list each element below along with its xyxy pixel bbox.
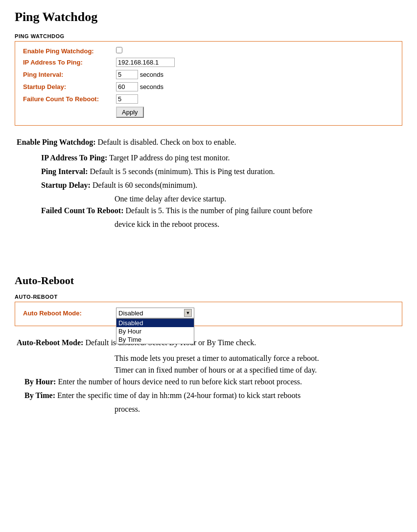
dropdown-container: Disabled ▼ Disabled By Hour By Time <box>116 308 194 318</box>
bytime-desc: By Time: Enter the specific time of day … <box>17 390 400 401</box>
startup-label: Startup Delay: <box>20 81 113 93</box>
page-title: Ping Watchdog <box>15 10 402 24</box>
table-row: Ping Interval: seconds <box>20 68 397 81</box>
failure-label: Failure Count To Reboot: <box>20 93 113 105</box>
ip-label: IP Address To Ping: <box>20 56 113 68</box>
apply-cell: Apply <box>113 105 397 119</box>
ip-desc: IP Address To Ping: Target IP address do… <box>17 152 400 164</box>
byhour-desc-bold: By Hour: <box>24 377 56 386</box>
failure-desc-bold: Failed Count To Reboot: <box>41 206 123 215</box>
interval-label: Ping Interval: <box>20 68 113 81</box>
interval-desc: Ping Interval: Default is 5 seconds (min… <box>17 166 400 177</box>
mode-desc: Auto-Reboot Mode: Default is disabled. S… <box>17 337 400 349</box>
dropdown-item-disabled[interactable]: Disabled <box>116 319 194 327</box>
table-row: Startup Delay: seconds <box>20 81 397 93</box>
spacer1 <box>15 245 402 260</box>
startup-desc-text: Default is 60 seconds(minimum). <box>91 181 197 189</box>
interval-unit: seconds <box>140 71 163 78</box>
ping-watchdog-table: Enable Ping Watchdog: IP Address To Ping… <box>20 45 397 119</box>
failure-value-cell <box>113 93 397 105</box>
interval-input[interactable] <box>116 70 138 79</box>
interval-desc-text: Default is 5 seconds (minimum). This is … <box>88 167 275 176</box>
mode-label: Auto Reboot Mode: <box>20 306 113 320</box>
auto-reboot-label: AUTO-REBOOT <box>15 294 402 300</box>
mode-desc-sub1: This mode lets you preset a timer to aut… <box>17 353 400 364</box>
apply-spacer <box>20 105 113 119</box>
table-row: Enable Ping Watchdog: <box>20 45 397 56</box>
dropdown-item-bytime[interactable]: By Time <box>116 335 194 344</box>
startup-input[interactable] <box>116 82 138 91</box>
auto-reboot-title: Auto-Reboot <box>15 274 402 287</box>
ip-desc-bold: IP Address To Ping: <box>41 154 107 162</box>
startup-desc-sub: One time delay after device startup. <box>17 193 400 205</box>
mode-desc-bold: Auto-Reboot Mode: <box>17 338 83 347</box>
startup-desc: Startup Delay: Default is 60 seconds(min… <box>17 179 400 191</box>
failure-input[interactable] <box>116 94 138 104</box>
dropdown-list: Disabled By Hour By Time <box>116 318 194 344</box>
mode-value-cell: Disabled ▼ Disabled By Hour By Time <box>113 306 397 320</box>
dropdown-arrow-icon[interactable]: ▼ <box>184 309 192 317</box>
enable-label: Enable Ping Watchdog: <box>20 45 113 56</box>
dropdown-display[interactable]: Disabled ▼ <box>116 308 194 318</box>
startup-desc-bold: Startup Delay: <box>41 181 91 189</box>
apply-button[interactable]: Apply <box>116 107 144 118</box>
auto-reboot-desc: Auto-Reboot Mode: Default is disabled. S… <box>15 337 402 415</box>
spacer2 <box>15 260 402 274</box>
ping-watchdog-desc: Enable Ping Watchdog: Default is disable… <box>15 136 402 230</box>
enable-desc-bold: Enable Ping Watchdog: <box>17 138 96 146</box>
mode-desc-sub2: Timer can in fixed number of hours or at… <box>17 364 400 376</box>
dropdown-display-text: Disabled <box>118 310 184 317</box>
table-row: Failure Count To Reboot: <box>20 93 397 105</box>
interval-desc-bold: Ping Interval: <box>41 167 88 176</box>
ping-watchdog-box: Enable Ping Watchdog: IP Address To Ping… <box>15 41 402 126</box>
ping-watchdog-section: PING WATCHDOG Enable Ping Watchdog: IP A… <box>15 33 402 126</box>
enable-desc-text: Default is disabled. Check on box to ena… <box>96 138 236 146</box>
enable-checkbox-cell <box>113 45 397 56</box>
enable-desc: Enable Ping Watchdog: Default is disable… <box>17 136 400 148</box>
bytime-desc-sub: process. <box>17 403 400 415</box>
startup-value-cell: seconds <box>113 81 397 93</box>
failure-desc-sub: device kick in the reboot process. <box>17 219 400 230</box>
table-row: Auto Reboot Mode: Disabled ▼ Disabled By… <box>20 306 397 320</box>
dropdown-item-byhour[interactable]: By Hour <box>116 327 194 335</box>
ping-watchdog-label: PING WATCHDOG <box>15 33 402 39</box>
failure-desc: Failed Count To Reboot: Default is 5. Th… <box>17 205 400 217</box>
enable-checkbox[interactable] <box>116 47 122 53</box>
failure-desc-text: Default is 5. This is the number of ping… <box>123 206 312 215</box>
ip-desc-text: Target IP address do ping test monitor. <box>107 154 230 162</box>
auto-reboot-box: Auto Reboot Mode: Disabled ▼ Disabled By… <box>15 302 402 326</box>
bytime-desc-bold: By Time: <box>24 391 55 399</box>
interval-value-cell: seconds <box>113 68 397 81</box>
byhour-desc: By Hour: Enter the number of hours devic… <box>17 376 400 388</box>
auto-reboot-section: Auto-Reboot AUTO-REBOOT Auto Reboot Mode… <box>15 274 402 326</box>
ip-value-cell <box>113 56 397 68</box>
bytime-desc-text: Enter the specific time of day in hh:mm … <box>55 391 301 399</box>
byhour-desc-text: Enter the number of hours device need to… <box>56 377 302 386</box>
table-row: IP Address To Ping: <box>20 56 397 68</box>
ip-input[interactable] <box>116 58 175 67</box>
startup-unit: seconds <box>140 83 163 90</box>
table-row: Apply <box>20 105 397 119</box>
auto-reboot-table: Auto Reboot Mode: Disabled ▼ Disabled By… <box>20 306 397 320</box>
